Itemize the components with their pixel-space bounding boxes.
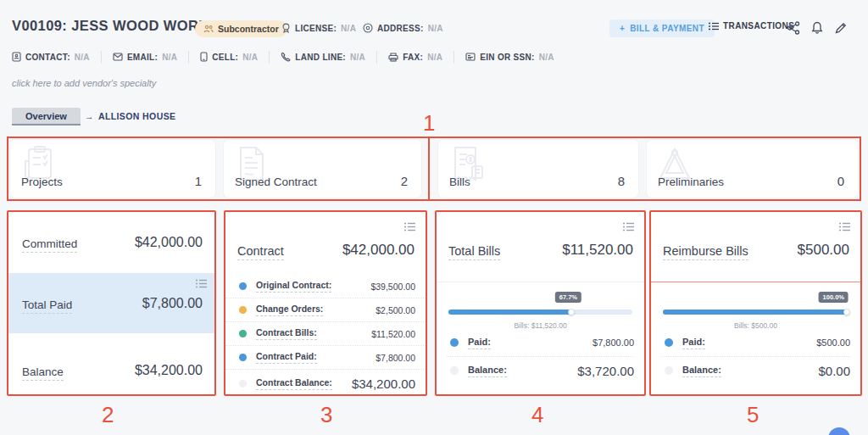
divider: [651, 282, 860, 282]
contract-title: Contract: [237, 244, 284, 260]
stat-card-bills[interactable]: Bills 8: [438, 140, 638, 198]
reimburse-bills-total: $500.00: [798, 242, 849, 259]
annotation-number-3: 3: [320, 402, 332, 428]
progress-percent-wrap: 67.7%: [448, 292, 632, 304]
progress-fill: [448, 310, 573, 315]
progress-percent-wrap: 100.0%: [663, 292, 849, 304]
progress-caption: Bills: $500.00: [651, 321, 860, 330]
card-menu-icon[interactable]: [623, 222, 634, 231]
progress-knob[interactable]: [843, 309, 850, 315]
stat-card-projects[interactable]: Projects 1: [10, 140, 215, 198]
annotation-number-1: 1: [423, 110, 435, 137]
paid-row: Paid: $500.00: [651, 332, 860, 353]
annotation-number-2: 2: [102, 402, 114, 428]
fax-printer-icon: [388, 53, 398, 62]
share-icon[interactable]: [787, 21, 800, 35]
id-card-icon: [465, 53, 476, 61]
tab-allison-house[interactable]: → ALLISON HOUSE: [85, 111, 175, 121]
legend-dot: [239, 282, 247, 290]
edit-pencil-icon[interactable]: [834, 21, 848, 35]
vendor-overview-page: V00109: JESS WOOD WORK Subcontractor LIC…: [0, 0, 868, 435]
annotation-box-1-divider: [428, 137, 430, 201]
legend-dot: [239, 354, 247, 361]
plus-icon: +: [620, 24, 625, 33]
contact-info-row: CONTACT: N/A EMAIL: N/A CELL: N/A LAND L…: [0, 47, 868, 66]
stat-card-preliminaries[interactable]: Preliminaries 0: [647, 140, 858, 198]
contact-field: CONTACT: N/A: [0, 52, 101, 62]
balance-label: Balance: [22, 365, 64, 381]
chat-button[interactable]: [828, 427, 850, 435]
total-paid-row: Total Paid $7,800.00: [8, 273, 214, 333]
address-pin-icon: [363, 23, 373, 33]
contact-card-icon: [12, 52, 21, 62]
page-title: V00109: JESS WOOD WORK: [12, 18, 209, 34]
legend-dot: [665, 366, 673, 375]
progress-percent-badge: 67.7%: [555, 292, 581, 303]
license-value: N/A: [341, 24, 356, 33]
divider: [447, 356, 634, 357]
landline-phone-icon: [281, 52, 291, 62]
stat-value: 0: [837, 174, 844, 188]
total-paid-label: Total Paid: [22, 298, 72, 314]
list-icon: [709, 22, 719, 31]
tab-overview[interactable]: Overview: [12, 108, 81, 125]
balance-row: Balance $34,200.00: [8, 333, 214, 394]
row-menu-icon[interactable]: [196, 279, 207, 288]
contract-card: Contract $42,000.00 Original Contract: $…: [224, 210, 427, 396]
address-value: N/A: [428, 24, 443, 33]
annotation-number-4: 4: [531, 402, 543, 428]
list-item: Contract Bills: $11,520.00: [225, 322, 426, 346]
legend-dot: [450, 366, 459, 375]
license-icon: [281, 23, 291, 33]
progress-fill: [663, 310, 849, 315]
balance-row: Balance: $0.00: [651, 360, 860, 382]
card-menu-icon[interactable]: [404, 222, 415, 231]
reimburse-bills-title: Reimburse Bills: [663, 244, 748, 260]
committed-value: $42,000.00: [135, 235, 203, 250]
arrow-right-icon: →: [85, 111, 94, 121]
landline-field: LAND LINE: N/A: [270, 52, 376, 62]
legend-dot: [665, 338, 673, 347]
bell-icon[interactable]: [810, 21, 824, 35]
stat-label: Preliminaries: [658, 176, 724, 188]
stat-label: Signed Contract: [235, 176, 317, 188]
ein-ssn-field: EIN OR SSN: N/A: [454, 53, 565, 62]
contract-breakdown-list: Original Contract: $39,500.00 Change Ord…: [225, 275, 426, 397]
stat-value: 8: [618, 174, 625, 188]
legend-dot: [450, 338, 459, 347]
vendor-type-label: Subcontractor: [218, 24, 279, 34]
cell-phone-icon: [200, 52, 208, 62]
list-item: Contract Paid: $7,800.00: [225, 346, 426, 370]
total-bills-total: $11,520.00: [562, 242, 633, 259]
stat-card-signed-contract[interactable]: Signed Contract 2: [224, 140, 421, 198]
cell-field: CELL: N/A: [189, 52, 269, 62]
address-field: ADDRESS: N/A: [363, 23, 443, 33]
bill-and-payment-button[interactable]: + BILL & PAYMENT: [609, 20, 715, 37]
stat-label: Bills: [449, 176, 470, 188]
progress-caption: Bills: $11,520.00: [437, 321, 644, 330]
contract-total: $42,000.00: [342, 242, 415, 259]
list-item: Change Orders: $2,500.00: [225, 298, 426, 322]
email-icon: [113, 53, 123, 61]
progress-knob[interactable]: [568, 309, 575, 315]
card-menu-icon[interactable]: [839, 222, 850, 231]
stat-value: 2: [401, 174, 408, 188]
reimburse-bills-card: Reimburse Bills $500.00 100.0% Bills: $5…: [649, 210, 862, 396]
balance-row: Balance: $3,720.00: [437, 360, 644, 382]
license-label: LICENSE:: [295, 24, 337, 33]
total-bills-title: Total Bills: [448, 244, 500, 260]
progress-bar: [663, 310, 849, 316]
total-bills-card: Total Bills $11,520.00 67.7% Bills: $11,…: [435, 210, 646, 396]
legend-dot: [239, 380, 247, 388]
fax-field: FAX: N/A: [377, 53, 453, 62]
address-label: ADDRESS:: [377, 24, 424, 33]
transactions-button[interactable]: TRANSACTIONS: [709, 21, 794, 31]
committed-label: Committed: [22, 237, 77, 253]
add-specialty-link[interactable]: click here to add vendor's specialty: [12, 78, 156, 88]
total-paid-value: $7,800.00: [142, 296, 203, 311]
progress-percent-badge: 100.0%: [819, 292, 849, 303]
list-item: Contract Balance: $34,200.00: [225, 370, 426, 397]
progress-bar: [448, 310, 632, 316]
legend-dot: [239, 330, 247, 337]
balance-value: $34,200.00: [135, 363, 203, 378]
